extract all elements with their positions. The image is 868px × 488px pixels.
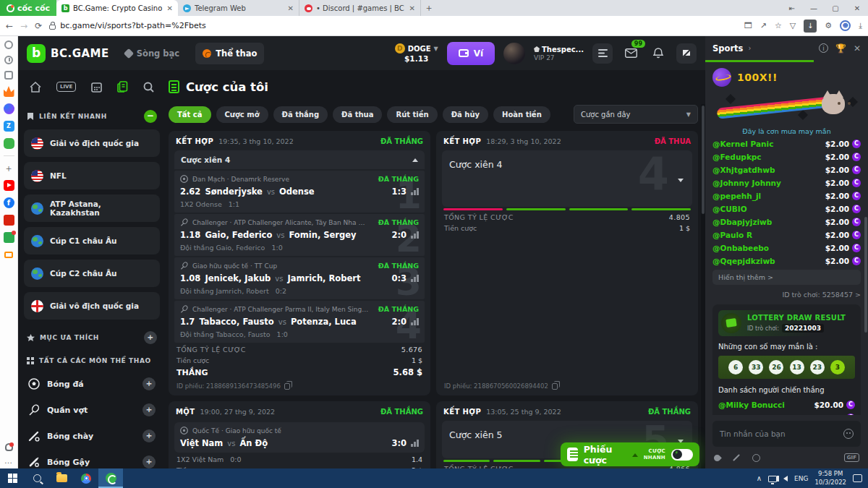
- tab-bcgame[interactable]: b BC.Game: Crypto Casino Gam ✕: [56, 0, 178, 16]
- taskbar-search-icon[interactable]: [25, 468, 49, 488]
- winner-name[interactable]: @Fedupkpc: [712, 153, 762, 161]
- notifications-icon[interactable]: [5, 443, 13, 451]
- mail-icon[interactable]: 99: [621, 44, 640, 63]
- menu-list-icon[interactable]: [592, 43, 613, 64]
- winner-name[interactable]: @CUBIO: [712, 205, 747, 213]
- sport-item-cricket[interactable]: Bóng Gậy＋: [24, 449, 160, 468]
- chat-rules-icon[interactable]: i: [819, 43, 828, 53]
- quick-link-item[interactable]: Giải vô địch quốc gia: [24, 129, 160, 157]
- trophy-icon[interactable]: 🏆: [835, 43, 846, 53]
- home-icon[interactable]: [30, 82, 41, 93]
- filter-won[interactable]: Đã thắng: [273, 106, 328, 123]
- winner-name[interactable]: @Onbabeebo: [712, 244, 769, 252]
- youtube-icon[interactable]: [4, 180, 14, 191]
- quick-bet-toggle[interactable]: [671, 449, 693, 461]
- quick-link-item[interactable]: NFL: [24, 162, 160, 189]
- shield-icon[interactable]: ▽: [790, 21, 796, 30]
- schedule-icon[interactable]: [91, 82, 102, 93]
- stats-icon[interactable]: [411, 440, 419, 447]
- nav-casino[interactable]: Sòng bạc: [118, 43, 187, 64]
- new-tab-button[interactable]: ＋: [421, 0, 437, 16]
- chat-channel-selector[interactable]: Sports: [712, 43, 743, 53]
- slash-command-icon[interactable]: [733, 454, 740, 461]
- filter-lost[interactable]: Đã thua: [333, 106, 382, 123]
- chrome-icon[interactable]: [74, 468, 98, 488]
- restore-tab-icon[interactable]: ⇤: [781, 4, 803, 12]
- chat-input[interactable]: Tin nhắn của bạn: [712, 421, 861, 447]
- expand-sport-button[interactable]: ＋: [142, 429, 156, 442]
- winner-name[interactable]: @Kernel Panic: [712, 140, 773, 148]
- language-indicator[interactable]: ENG: [794, 475, 808, 482]
- reload-button[interactable]: ⟳: [35, 21, 42, 31]
- tab-telegram[interactable]: Telegram Web ✕: [178, 0, 299, 16]
- games-icon[interactable]: [4, 138, 14, 149]
- winner-name[interactable]: @Johnny Johnny: [712, 179, 781, 187]
- quick-link-item[interactable]: Cúp C1 châu Âu: [24, 227, 160, 254]
- emoji-icon[interactable]: [843, 429, 854, 439]
- quick-link-item[interactable]: Giải vô địch quốc gia: [24, 292, 160, 320]
- bookmark-star-icon[interactable]: ☆: [775, 21, 782, 30]
- volume-icon[interactable]: [783, 476, 788, 481]
- add-shortcut-icon[interactable]: ＋: [4, 163, 14, 174]
- sort-dropdown[interactable]: Cược gần đây ▼: [574, 105, 698, 124]
- my-bets-icon[interactable]: [117, 81, 128, 93]
- live-icon[interactable]: LIVE: [56, 82, 76, 92]
- rain-game-id[interactable]: ID trò chơi: 5258457 >: [712, 289, 861, 300]
- nav-sports[interactable]: Thể thao: [195, 43, 264, 64]
- zalo-icon[interactable]: Z: [4, 121, 14, 132]
- filter-cancelled[interactable]: Đã hủy: [443, 106, 488, 123]
- coccoc-taskbar-icon[interactable]: [98, 468, 123, 488]
- minimize-button[interactable]: —: [803, 4, 825, 12]
- chat-toggle-icon[interactable]: [676, 43, 697, 64]
- settings-icon[interactable]: [4, 40, 13, 49]
- coccoc-brand[interactable]: cốc cốc: [0, 0, 56, 16]
- expand-sport-button[interactable]: ＋: [142, 377, 156, 390]
- winner-name[interactable]: @Milky Bonucci: [718, 401, 785, 409]
- cart-icon[interactable]: [4, 252, 13, 258]
- bell-icon[interactable]: [649, 44, 668, 63]
- wallet-button[interactable]: Ví: [447, 42, 495, 65]
- add-favorite-button[interactable]: ＋: [144, 331, 157, 344]
- tray-expand-icon[interactable]: ∧: [757, 474, 762, 482]
- stats-icon[interactable]: [411, 275, 419, 282]
- currency-selector[interactable]: D DOGE ▼ $1.13: [395, 43, 438, 63]
- stats-icon[interactable]: [411, 318, 419, 325]
- rain-drop-icon[interactable]: [712, 453, 722, 463]
- file-explorer-icon[interactable]: [49, 468, 74, 488]
- selection-header[interactable]: Cược xiên 4: [174, 150, 425, 169]
- search-icon[interactable]: [143, 82, 154, 93]
- show-more-button[interactable]: Hiển thị thêm >: [712, 270, 861, 285]
- winner-name[interactable]: @Dbapjyjziwb: [712, 218, 772, 226]
- winner-name[interactable]: @pepehh_jl: [712, 192, 761, 200]
- filter-cashout[interactable]: Rút tiền: [387, 106, 437, 123]
- history-icon[interactable]: [4, 56, 13, 64]
- forward-button[interactable]: →: [20, 21, 27, 31]
- expand-sport-button[interactable]: ＋: [142, 455, 156, 468]
- facebook-icon[interactable]: f: [4, 197, 14, 208]
- chat-scrollbar[interactable]: [864, 217, 867, 333]
- reading-list-icon[interactable]: [4, 71, 13, 80]
- sport-item-baseball[interactable]: Bóng chày＋: [24, 423, 160, 449]
- maximize-button[interactable]: ▢: [825, 4, 846, 12]
- tab-close-icon[interactable]: ✕: [409, 4, 415, 12]
- filter-open[interactable]: Cược mở: [216, 106, 268, 123]
- close-button[interactable]: ✕: [846, 4, 868, 12]
- quick-link-item[interactable]: ATP Astana, Kazakhstan: [24, 194, 160, 222]
- download-active-icon[interactable]: ↓: [804, 20, 817, 33]
- chat-close-icon[interactable]: ✕: [854, 43, 861, 53]
- extensions-icon[interactable]: ⚙: [825, 21, 832, 30]
- sport-item-tennis[interactable]: Quần vợt＋: [24, 397, 160, 423]
- downloads-tray-icon[interactable]: ⤓: [859, 21, 862, 30]
- filter-all[interactable]: Tất cả: [169, 106, 211, 123]
- tab-discord[interactable]: • Discord | #games | BC G ✕: [299, 0, 421, 16]
- start-button[interactable]: [0, 468, 25, 488]
- collapse-quick-links-button[interactable]: −: [144, 110, 157, 123]
- rewards-crown-icon[interactable]: [4, 86, 14, 97]
- mall-icon[interactable]: [4, 232, 14, 243]
- user-info[interactable]: Thespec... VIP 27: [534, 46, 584, 61]
- gif-icon[interactable]: GIF: [844, 453, 859, 462]
- winner-name[interactable]: @Xhjtgatdhwb: [712, 166, 775, 174]
- stats-icon[interactable]: [411, 231, 419, 239]
- url-field[interactable]: bc.game/vi/sports?bt-path=%2Fbets: [49, 19, 737, 33]
- network-icon[interactable]: [768, 476, 777, 482]
